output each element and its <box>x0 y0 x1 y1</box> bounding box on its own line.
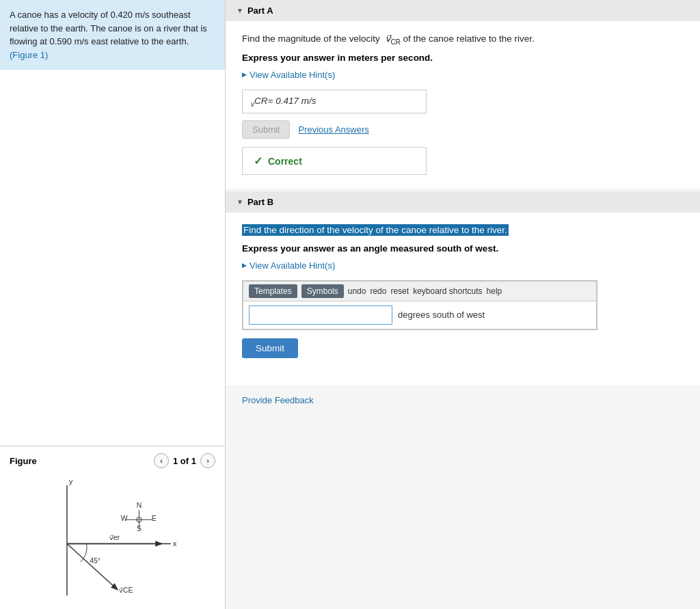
part-a-answer-box: vCR= 0.417 m/s <box>242 90 427 114</box>
part-a-label: Part A <box>247 5 273 16</box>
toolbar-redo-link[interactable]: redo <box>370 286 386 296</box>
part-a-section: ▼ Part A Find the magnitude of the veloc… <box>226 0 700 189</box>
svg-text:45°: 45° <box>90 557 100 565</box>
figure-svg: x y N S E W v⃗er v⃗CE <box>10 472 215 602</box>
svg-line-13 <box>67 544 117 590</box>
figure-prev-button[interactable]: ‹ <box>154 453 169 468</box>
figure-section: Figure ‹ 1 of 1 › x y N S E W <box>0 446 225 609</box>
part-b-units-label: degrees south of west <box>398 310 485 320</box>
toolbar-templates-button[interactable]: Templates <box>249 284 297 298</box>
figure-label: Figure <box>10 456 37 466</box>
provide-feedback-link[interactable]: Provide Feedback <box>226 388 700 412</box>
part-b-arrow-icon: ▼ <box>237 198 243 206</box>
editor-toolbar: Templates Symbols undo redo reset keyboa… <box>243 281 597 301</box>
part-b-editor-wrapper: Templates Symbols undo redo reset keyboa… <box>242 280 597 330</box>
toolbar-reset-link[interactable]: reset <box>390 286 409 296</box>
svg-text:v⃗CE: v⃗CE <box>119 586 133 594</box>
part-a-submit-button: Submit <box>242 120 290 139</box>
part-b-content: Find the direction of the velocity of th… <box>226 213 700 385</box>
part-b-section: ▼ Part B Find the direction of the veloc… <box>226 191 700 385</box>
part-b-question: Find the direction of the velocity of th… <box>242 224 684 237</box>
part-a-express: Express your answer in meters per second… <box>242 53 684 63</box>
part-a-correct-box: ✓ Correct <box>242 147 427 175</box>
part-a-header[interactable]: ▼ Part A <box>226 0 700 21</box>
figure-link[interactable]: (Figure 1) <box>10 50 48 60</box>
figure-page: 1 of 1 <box>173 456 196 466</box>
svg-text:x: x <box>173 539 177 547</box>
part-b-submit-button[interactable]: Submit <box>242 338 298 358</box>
toolbar-help-link[interactable]: help <box>487 286 502 296</box>
part-b-header[interactable]: ▼ Part B <box>226 191 700 213</box>
figure-next-button[interactable]: › <box>200 453 215 468</box>
problem-statement: A canoe has a velocity of 0.420 m/s sout… <box>0 0 225 70</box>
part-a-buttons: Submit Previous Answers <box>242 120 684 139</box>
right-panel: ▼ Part A Find the magnitude of the veloc… <box>226 0 700 609</box>
figure-canvas: x y N S E W v⃗er v⃗CE <box>10 472 215 609</box>
svg-text:W: W <box>121 515 128 522</box>
svg-text:y: y <box>69 477 73 485</box>
correct-label: Correct <box>268 156 302 167</box>
toolbar-keyboard-shortcuts-link[interactable]: keyboard shortcuts <box>413 286 482 296</box>
svg-text:v⃗er: v⃗er <box>109 534 120 541</box>
part-b-label: Part B <box>247 197 273 207</box>
part-b-question-highlighted: Find the direction of the velocity of th… <box>242 224 509 236</box>
toolbar-undo-link[interactable]: undo <box>348 286 366 296</box>
part-b-answer-input[interactable] <box>249 306 392 325</box>
part-a-question: Find the magnitude of the velocity v⃗CR … <box>242 32 684 47</box>
part-a-previous-answers-link[interactable]: Previous Answers <box>298 124 368 135</box>
part-b-view-hint[interactable]: View Available Hint(s) <box>242 260 684 271</box>
part-a-arrow-icon: ▼ <box>237 7 243 14</box>
part-a-content: Find the magnitude of the velocity v⃗CR … <box>226 21 700 189</box>
toolbar-symbols-button[interactable]: Symbols <box>301 284 344 298</box>
editor-area: degrees south of west <box>243 301 597 329</box>
left-panel: A canoe has a velocity of 0.420 m/s sout… <box>0 0 226 609</box>
figure-header: Figure ‹ 1 of 1 › <box>10 453 215 468</box>
correct-check-icon: ✓ <box>254 154 262 167</box>
part-a-view-hint[interactable]: View Available Hint(s) <box>242 70 684 80</box>
svg-text:N: N <box>137 502 142 509</box>
part-b-express: Express your answer as an angle measured… <box>242 243 684 254</box>
figure-nav: ‹ 1 of 1 › <box>154 453 215 468</box>
svg-text:E: E <box>152 515 157 522</box>
problem-text-content: A canoe has a velocity of 0.420 m/s sout… <box>10 10 207 46</box>
